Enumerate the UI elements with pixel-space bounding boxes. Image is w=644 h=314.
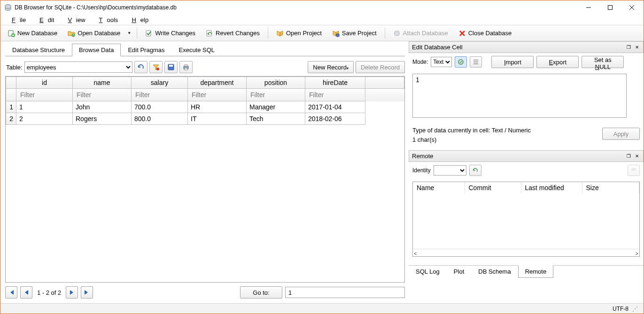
cell-salary[interactable]: 800.0 (132, 113, 188, 125)
left-pane: Database Structure Browse Data Edit Prag… (0, 41, 409, 303)
refresh-button[interactable] (134, 61, 147, 73)
save-filter-button[interactable] (164, 61, 178, 73)
cell-position[interactable]: Manager (247, 101, 305, 113)
col-header-salary[interactable]: salary (132, 77, 188, 89)
cell-name[interactable]: John (73, 101, 132, 113)
resize-grip-icon[interactable]: ⋰ (632, 306, 638, 312)
filter-department[interactable] (191, 91, 243, 99)
identity-select[interactable] (434, 165, 466, 176)
col-header-blank (365, 77, 404, 89)
browse-toolbar: Table: employees New Record▾ Delete Reco… (5, 56, 405, 76)
cell-hiredate[interactable]: 2018-02-06 (305, 113, 365, 125)
table-row[interactable]: 2 2 Rogers 800.0 IT Tech 2018-02-06 (6, 113, 404, 125)
revert-changes-button[interactable]: Revert Changes (202, 28, 264, 39)
apply-button[interactable]: Apply (602, 128, 640, 140)
minimize-button[interactable] (578, 0, 599, 15)
menu-edit[interactable]: Edit (31, 15, 58, 24)
cell-name[interactable]: Rogers (73, 113, 132, 125)
col-header-hiredate[interactable]: hireDate (305, 77, 365, 89)
last-record-button[interactable] (81, 286, 93, 299)
revert-changes-label: Revert Changes (216, 30, 260, 37)
import-button[interactable]: Import (491, 56, 534, 68)
clear-filters-button[interactable] (149, 61, 163, 73)
indent-button[interactable] (470, 56, 482, 68)
table-row[interactable]: 1 1 John 700.0 HR Manager 2017-01-04 (6, 101, 404, 113)
open-database-dropdown[interactable]: ▼ (125, 29, 133, 37)
svg-rect-14 (169, 65, 173, 67)
edit-cell-undock-button[interactable]: ❐ (625, 44, 632, 51)
remote-col-commit[interactable]: Commit (465, 182, 521, 193)
btab-sql-log[interactable]: SQL Log (409, 266, 447, 278)
col-header-department[interactable]: department (188, 77, 247, 89)
print-button[interactable] (179, 61, 193, 73)
btab-remote[interactable]: Remote (518, 265, 554, 278)
tab-edit-pragmas[interactable]: Edit Pragmas (121, 44, 171, 56)
menu-view[interactable]: View (59, 15, 89, 24)
tab-database-structure[interactable]: Database Structure (5, 44, 72, 56)
remote-undock-button[interactable]: ❐ (625, 153, 632, 160)
save-project-label: Save Project (342, 30, 377, 37)
svg-rect-9 (207, 31, 211, 36)
export-button[interactable]: Export (536, 56, 579, 68)
close-button[interactable] (621, 0, 643, 15)
prev-record-button[interactable] (20, 286, 32, 299)
mode-select[interactable]: Text (431, 57, 452, 67)
col-header-name[interactable]: name (73, 77, 132, 89)
new-database-label: New Database (17, 30, 57, 37)
remote-table-container: Name Commit Last modified Size <> (412, 182, 640, 257)
filter-salary[interactable] (134, 91, 185, 99)
menu-help[interactable]: Help (123, 15, 153, 24)
col-header-position[interactable]: position (247, 77, 305, 89)
next-record-button[interactable] (66, 286, 78, 299)
save-project-button[interactable]: Save Project (328, 28, 381, 39)
cell-hiredate[interactable]: 2017-01-04 (305, 101, 365, 113)
cell-editor[interactable]: 1 (412, 74, 627, 118)
filter-position[interactable] (249, 91, 302, 99)
btab-plot[interactable]: Plot (447, 266, 471, 278)
tab-execute-sql[interactable]: Execute SQL (171, 44, 222, 56)
remote-push-button[interactable] (628, 165, 640, 176)
remote-scrollbar[interactable]: <> (413, 249, 639, 257)
remote-col-size[interactable]: Size (582, 182, 639, 193)
cell-department[interactable]: IT (188, 113, 247, 125)
set-as-null-button[interactable]: Set as NULL (582, 56, 624, 68)
cell-id[interactable]: 2 (16, 113, 73, 125)
btab-db-schema[interactable]: DB Schema (471, 266, 518, 278)
remote-close-button[interactable]: ✕ (634, 153, 640, 160)
remote-col-name[interactable]: Name (413, 182, 465, 193)
attach-database-label: Attach Database (403, 30, 448, 37)
menu-tools[interactable]: Tools (91, 15, 123, 24)
maximize-button[interactable] (599, 0, 621, 15)
close-database-button[interactable]: Close Database (454, 28, 516, 39)
goto-button[interactable]: Go to: (240, 286, 282, 299)
cell-id[interactable]: 1 (16, 101, 73, 113)
write-changes-button[interactable]: Write Changes (141, 28, 200, 39)
remote-table[interactable]: Name Commit Last modified Size (413, 182, 639, 193)
new-record-button[interactable]: New Record▾ (308, 61, 354, 73)
tab-browse-data[interactable]: Browse Data (72, 44, 121, 56)
data-table[interactable]: id name salary department position hireD… (6, 77, 404, 125)
menu-file[interactable]: File (3, 15, 30, 24)
status-encoding: UTF-8 (613, 306, 628, 312)
table-select[interactable]: employees (24, 61, 132, 73)
open-project-button[interactable]: Open Project (272, 28, 326, 39)
filter-id[interactable] (19, 91, 70, 99)
open-database-button[interactable]: Open Database (63, 28, 124, 39)
first-record-button[interactable] (5, 286, 17, 299)
goto-input[interactable] (285, 287, 405, 298)
print-icon (182, 63, 190, 71)
filter-hiredate[interactable] (308, 91, 362, 99)
record-status: 1 - 2 of 2 (35, 289, 63, 296)
attach-database-button[interactable]: Attach Database (389, 28, 452, 39)
edit-cell-close-button[interactable]: ✕ (634, 44, 640, 51)
identity-refresh-button[interactable] (469, 165, 481, 176)
col-header-id[interactable]: id (16, 77, 73, 89)
new-database-button[interactable]: New Database (3, 28, 62, 39)
cell-salary[interactable]: 700.0 (132, 101, 188, 113)
auto-mode-button[interactable] (455, 56, 467, 68)
delete-record-button[interactable]: Delete Record (356, 61, 405, 73)
filter-name[interactable] (76, 91, 128, 99)
cell-position[interactable]: Tech (247, 113, 305, 125)
remote-col-last-modified[interactable]: Last modified (521, 182, 582, 193)
cell-department[interactable]: HR (188, 101, 247, 113)
